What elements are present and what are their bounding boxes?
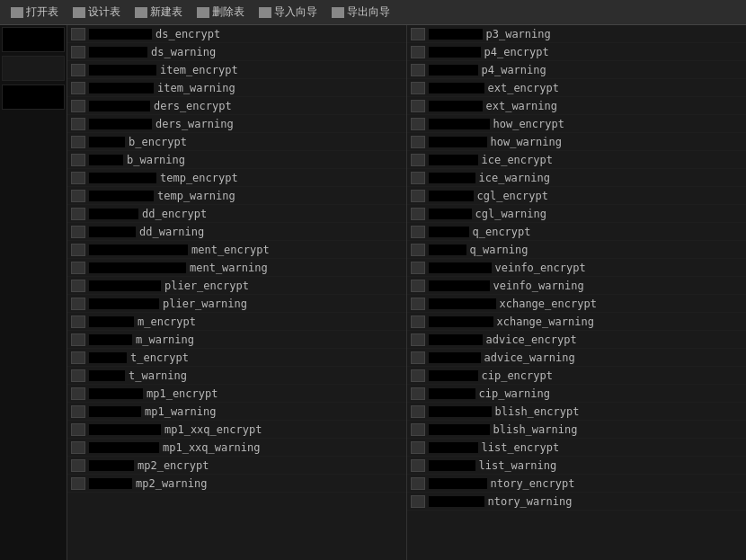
- sidebar-item-2[interactable]: [2, 56, 65, 81]
- design-table-button[interactable]: 设计表: [69, 3, 124, 22]
- list-item[interactable]: dd_warning: [67, 223, 406, 241]
- table-icon: [71, 64, 85, 76]
- sidebar-item-1[interactable]: [2, 27, 65, 52]
- list-item[interactable]: ntory_encrypt: [407, 475, 747, 493]
- list-item[interactable]: ders_encrypt: [67, 97, 406, 115]
- list-item[interactable]: cgl_warning: [407, 205, 747, 223]
- list-item[interactable]: m_warning: [67, 331, 406, 349]
- item-name: m_encrypt: [138, 316, 196, 328]
- list-item[interactable]: ds_warning: [67, 43, 406, 61]
- list-item[interactable]: temp_warning: [67, 187, 406, 205]
- list-item[interactable]: ment_encrypt: [67, 241, 406, 259]
- list-item[interactable]: t_warning: [67, 367, 406, 385]
- list-item[interactable]: mp1_xxq_encrypt: [67, 421, 406, 439]
- redacted-label: [89, 191, 154, 201]
- item-name: xchange_encrypt: [500, 298, 597, 310]
- list-item[interactable]: ext_warning: [407, 97, 747, 115]
- list-item[interactable]: advice_warning: [407, 349, 747, 367]
- list-item[interactable]: xchange_encrypt: [407, 295, 747, 313]
- delete-table-button[interactable]: 删除表: [193, 3, 248, 22]
- list-item[interactable]: ice_warning: [407, 169, 747, 187]
- list-item[interactable]: ice_encrypt: [407, 151, 747, 169]
- open-table-label: 打开表: [26, 4, 58, 20]
- list-item[interactable]: m_encrypt: [67, 313, 406, 331]
- export-wizard-button[interactable]: 导出向导: [328, 3, 394, 22]
- redacted-label: [89, 137, 125, 147]
- list-item[interactable]: blish_encrypt: [407, 403, 747, 421]
- redacted-label: [89, 334, 132, 345]
- list-item[interactable]: mp1_warning: [67, 403, 406, 421]
- list-item[interactable]: mp1_xxq_warning: [67, 439, 406, 457]
- open-table-button[interactable]: 打开表: [7, 3, 62, 22]
- list-item[interactable]: plier_warning: [67, 295, 406, 313]
- sidebar-item-3[interactable]: [2, 84, 65, 110]
- item-name: ds_warning: [151, 46, 216, 58]
- redacted-label: [89, 65, 156, 76]
- list-item[interactable]: veinfo_warning: [407, 277, 747, 295]
- list-item[interactable]: xchange_warning: [407, 313, 747, 331]
- redacted-label: [89, 424, 161, 435]
- toolbar: 打开表设计表新建表删除表导入向导导出向导: [0, 0, 746, 25]
- list-item[interactable]: veinfo_encrypt: [407, 259, 747, 277]
- list-item[interactable]: q_warning: [407, 241, 747, 259]
- list-item[interactable]: p3_warning: [407, 25, 747, 43]
- table-icon: [71, 298, 85, 310]
- list-item[interactable]: list_warning: [407, 457, 747, 475]
- redacted-label: [429, 29, 483, 40]
- list-item[interactable]: q_encrypt: [407, 223, 747, 241]
- list-item[interactable]: cgl_encrypt: [407, 187, 747, 205]
- table-icon: [71, 387, 85, 400]
- list-item[interactable]: list_encrypt: [407, 439, 747, 457]
- item-name: cgl_warning: [475, 208, 546, 220]
- list-item[interactable]: blish_warning: [407, 421, 747, 439]
- list-item[interactable]: p4_warning: [407, 61, 747, 79]
- table-icon: [71, 118, 85, 130]
- item-name: xchange_warning: [497, 316, 594, 328]
- item-name: mp1_xxq_warning: [163, 441, 260, 454]
- item-name: q_warning: [470, 244, 528, 256]
- list-item[interactable]: how_encrypt: [407, 115, 747, 133]
- list-item[interactable]: ext_encrypt: [407, 79, 747, 97]
- list-item[interactable]: mp1_encrypt: [67, 385, 406, 403]
- list-item[interactable]: temp_encrypt: [67, 169, 406, 187]
- redacted-label: [429, 137, 487, 147]
- list-item[interactable]: b_warning: [67, 151, 406, 169]
- list-item[interactable]: cip_encrypt: [407, 367, 747, 385]
- list-item[interactable]: plier_encrypt: [67, 277, 406, 295]
- table-icon: [411, 28, 425, 40]
- list-item[interactable]: how_warning: [407, 133, 747, 151]
- table-icon: [71, 82, 85, 94]
- list-item[interactable]: cip_warning: [407, 385, 747, 403]
- import-wizard-button[interactable]: 导入向导: [255, 3, 321, 22]
- new-table-button[interactable]: 新建表: [131, 3, 186, 22]
- table-icon: [71, 100, 85, 112]
- list-item[interactable]: item_warning: [67, 79, 406, 97]
- item-name: ntory_warning: [488, 495, 573, 508]
- list-item[interactable]: b_encrypt: [67, 133, 406, 151]
- import-wizard-label: 导入向导: [274, 4, 317, 20]
- list-item[interactable]: mp2_warning: [67, 475, 406, 493]
- open-table-icon: [11, 7, 23, 18]
- redacted-label: [89, 47, 147, 58]
- list-item[interactable]: advice_encrypt: [407, 331, 747, 349]
- list-item[interactable]: dd_encrypt: [67, 205, 406, 223]
- redacted-label: [429, 316, 493, 327]
- list-item[interactable]: ders_warning: [67, 115, 406, 133]
- redacted-label: [429, 370, 478, 381]
- left-panel: ds_encryptds_warningitem_encryptitem_war…: [67, 25, 407, 560]
- list-item[interactable]: p4_encrypt: [407, 43, 747, 61]
- list-item[interactable]: item_encrypt: [67, 61, 406, 79]
- redacted-label: [429, 496, 484, 507]
- table-icon: [411, 316, 425, 328]
- list-item[interactable]: ds_encrypt: [67, 25, 406, 43]
- table-icon: [411, 369, 425, 382]
- redacted-label: [429, 155, 478, 165]
- list-item[interactable]: t_encrypt: [67, 349, 406, 367]
- list-item[interactable]: ntory_warning: [407, 493, 747, 511]
- item-name: ice_warning: [479, 172, 550, 184]
- item-name: p4_warning: [482, 64, 546, 76]
- list-item[interactable]: mp2_encrypt: [67, 457, 406, 475]
- table-icon: [71, 459, 85, 472]
- list-item[interactable]: ment_warning: [67, 259, 406, 277]
- redacted-label: [89, 262, 186, 273]
